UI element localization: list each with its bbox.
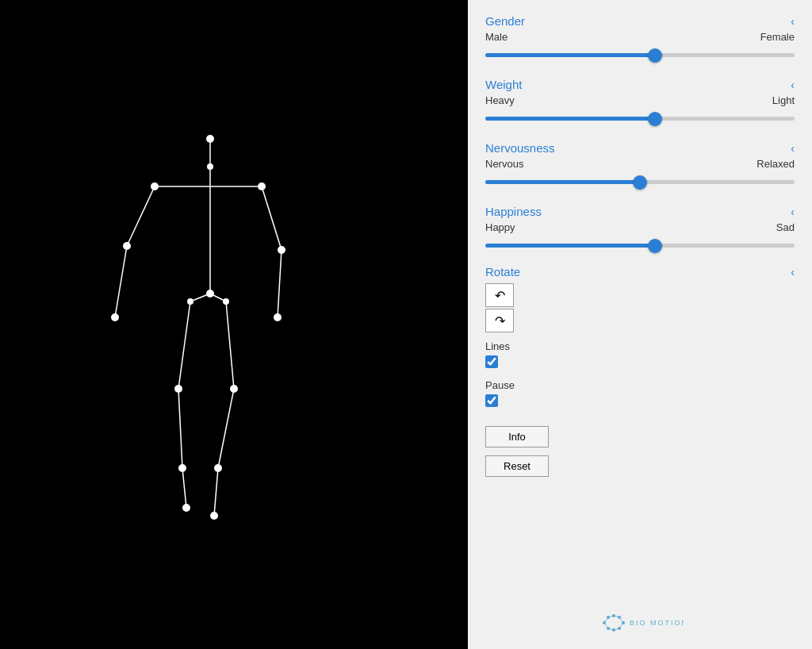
gender-chevron[interactable]: ‹ (791, 15, 795, 28)
weight-left-label: Heavy (485, 94, 515, 106)
pause-checkbox-row: Pause (485, 379, 795, 407)
svg-line-6 (127, 186, 155, 246)
weight-title: Weight (485, 78, 522, 91)
svg-line-8 (115, 246, 127, 317)
svg-line-47 (604, 623, 608, 628)
svg-line-15 (190, 294, 210, 301)
svg-line-10 (262, 186, 282, 250)
gender-left-label: Male (485, 31, 508, 43)
rotate-cw-button[interactable]: ↷ (485, 309, 514, 332)
happiness-left-label: Happy (485, 221, 515, 233)
lines-checkbox-row: Lines (485, 340, 795, 368)
nervousness-slider-container: Nervous Relaxed (485, 158, 795, 187)
gender-right-label: Female (760, 31, 795, 43)
lines-checkbox[interactable] (485, 355, 498, 368)
happiness-header: Happiness ‹ (485, 205, 795, 218)
stick-figure-svg (0, 0, 468, 649)
weight-labels: Heavy Light (485, 94, 795, 106)
svg-point-31 (207, 163, 213, 170)
canvas-panel (0, 0, 468, 649)
action-buttons-group: Info Reset (485, 426, 795, 477)
bio-motion-lab-logo: BIO MOTION LAB (596, 611, 684, 635)
svg-text:BIO MOTION LAB: BIO MOTION LAB (630, 619, 684, 627)
nervousness-chevron[interactable]: ‹ (791, 142, 795, 155)
pause-checkbox[interactable] (485, 394, 498, 407)
svg-line-21 (178, 389, 182, 468)
happiness-slider[interactable] (485, 244, 795, 248)
lines-checkbox-item (485, 355, 795, 368)
svg-point-30 (210, 512, 218, 520)
svg-line-44 (619, 623, 623, 628)
pause-checkbox-item (485, 394, 795, 407)
svg-point-24 (182, 504, 190, 512)
rotate-title: Rotate (485, 265, 520, 278)
rotate-section: Rotate ‹ ↶ ↷ (485, 265, 795, 340)
svg-line-25 (226, 301, 234, 389)
weight-slider[interactable] (485, 117, 795, 121)
reset-button[interactable]: Reset (485, 455, 549, 477)
weight-right-label: Light (772, 94, 795, 106)
weight-chevron[interactable]: ‹ (791, 79, 795, 91)
svg-line-19 (178, 301, 190, 389)
rotate-ccw-button[interactable]: ↶ (485, 283, 514, 307)
svg-point-9 (111, 313, 119, 321)
nervousness-left-label: Nervous (485, 158, 523, 170)
svg-line-27 (218, 389, 234, 468)
lines-label: Lines (485, 340, 795, 352)
gender-slider[interactable] (485, 53, 795, 57)
gender-labels: Male Female (485, 31, 795, 43)
weight-header: Weight ‹ (485, 78, 795, 91)
svg-line-40 (604, 617, 608, 623)
svg-line-29 (214, 468, 218, 516)
nervousness-slider[interactable] (485, 180, 795, 184)
svg-line-12 (278, 250, 282, 317)
gender-slider-container: Male Female (485, 31, 795, 60)
happiness-labels: Happy Sad (485, 221, 795, 233)
svg-line-43 (619, 617, 623, 623)
rotate-buttons-group: ↶ ↷ (485, 283, 795, 332)
nervousness-title: Nervousness (485, 141, 555, 155)
nervousness-header: Nervousness ‹ (485, 141, 795, 155)
gender-title: Gender (485, 14, 525, 28)
info-button[interactable]: Info (485, 426, 549, 447)
gender-header: Gender ‹ (485, 14, 795, 28)
happiness-chevron[interactable]: ‹ (791, 205, 795, 218)
controls-panel: Gender ‹ Male Female Weight ‹ Heavy Ligh… (468, 0, 812, 649)
weight-slider-container: Heavy Light (485, 94, 795, 124)
nervousness-right-label: Relaxed (756, 158, 795, 170)
pause-label: Pause (485, 379, 795, 391)
svg-line-23 (182, 468, 186, 508)
rotate-chevron[interactable]: ‹ (791, 266, 795, 278)
svg-point-13 (274, 313, 282, 321)
logo-container: BIO MOTION LAB (485, 603, 795, 635)
nervousness-labels: Nervous Relaxed (485, 158, 795, 170)
logo-wrapper: BIO MOTION LAB (596, 611, 684, 635)
happiness-title: Happiness (485, 205, 542, 218)
rotate-header: Rotate ‹ (485, 265, 795, 278)
happiness-slider-container: Happy Sad (485, 221, 795, 251)
happiness-right-label: Sad (776, 221, 795, 233)
